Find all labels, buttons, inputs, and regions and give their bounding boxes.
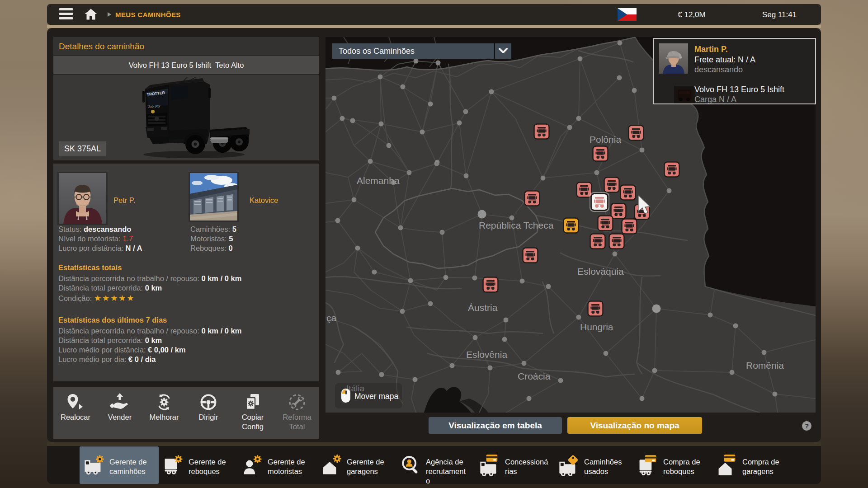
svg-text:Hungria: Hungria <box>580 322 613 332</box>
svg-text:Eslováquia: Eslováquia <box>577 266 624 277</box>
svg-text:República Tcheca: República Tcheca <box>479 220 554 230</box>
svg-text:Eslovênia: Eslovênia <box>466 349 507 360</box>
svg-text:Alemanha: Alemanha <box>357 175 400 186</box>
svg-text:Áustria: Áustria <box>468 302 498 313</box>
svg-text:Romênia: Romênia <box>746 360 784 371</box>
svg-text:Croácia: Croácia <box>518 371 551 381</box>
svg-text:ça: ça <box>326 313 337 323</box>
svg-text:Mover mapa: Mover mapa <box>354 392 399 401</box>
svg-text:Polônia: Polônia <box>590 134 621 145</box>
